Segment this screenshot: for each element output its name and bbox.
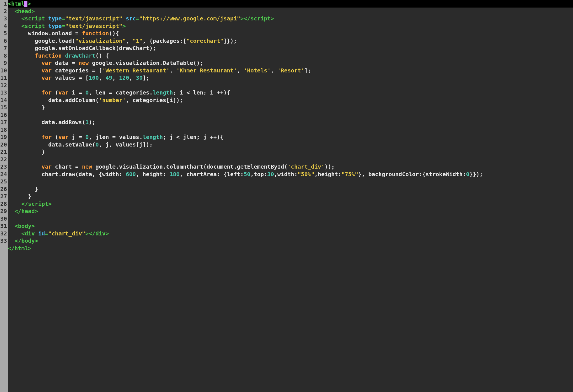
token-id xyxy=(8,15,21,22)
token-tag: = xyxy=(45,230,48,237)
code-line[interactable]: chart.draw(data, {width: 600, height: 18… xyxy=(8,171,573,178)
token-id: ( xyxy=(52,134,58,140)
code-line[interactable]: </script> xyxy=(8,200,573,208)
line-number: 20 xyxy=(0,141,7,148)
line-number: 3 xyxy=(0,15,7,22)
code-line[interactable]: } xyxy=(8,104,573,111)
token-id: , len = categories. xyxy=(89,89,153,96)
token-id: data.addRows( xyxy=(8,119,85,126)
token-id xyxy=(8,163,41,170)
code-line[interactable]: </body> xyxy=(8,237,573,245)
code-line[interactable]: for (var j = 0, jlen = values.length; j … xyxy=(8,133,573,141)
token-num: 0 xyxy=(95,141,99,148)
token-id: ,width: xyxy=(274,171,297,178)
line-number: 1 xyxy=(0,0,7,8)
token-str: "1" xyxy=(133,37,143,44)
token-kw: new xyxy=(82,163,92,170)
line-number: 17 xyxy=(0,119,7,126)
token-tag: > xyxy=(27,0,31,7)
line-number: 16 xyxy=(0,111,7,119)
code-line[interactable]: <body> xyxy=(8,222,573,230)
code-line[interactable]: var data = new google.visualization.Data… xyxy=(8,59,573,67)
token-id: google.setOnLoadCallback(drawChart); xyxy=(8,45,156,51)
code-line[interactable] xyxy=(8,111,573,119)
code-line[interactable]: <head> xyxy=(8,8,573,15)
token-tag: = xyxy=(62,23,65,29)
token-id: chart.draw(data, {width: xyxy=(8,171,126,178)
line-number: 13 xyxy=(0,89,7,96)
token-id: , xyxy=(170,67,176,74)
code-line[interactable]: <div id="chart_div"></div> xyxy=(8,230,573,237)
token-tag: <div xyxy=(21,230,38,237)
token-num: 30 xyxy=(136,74,143,81)
token-str: 'Western Restaurant' xyxy=(102,67,170,74)
token-tag: </ xyxy=(21,200,28,207)
code-line[interactable]: window.onload = function(){ xyxy=(8,30,573,37)
token-tag: ></ xyxy=(240,15,250,22)
token-num: 100 xyxy=(89,74,99,81)
code-line[interactable]: var chart = new google.visualization.Col… xyxy=(8,163,573,171)
code-line[interactable]: } xyxy=(8,193,573,200)
code-line[interactable]: for (var i = 0, len = categories.length;… xyxy=(8,89,573,96)
code-line[interactable]: <script type="text/javascript"> xyxy=(8,22,573,30)
code-line[interactable] xyxy=(8,126,573,134)
token-id: () { xyxy=(95,52,109,59)
token-id xyxy=(8,60,41,66)
code-line[interactable]: function drawChart() { xyxy=(8,52,573,60)
code-line-wrap[interactable] xyxy=(8,178,573,185)
line-number: 26 xyxy=(0,185,7,193)
line-number: 33 xyxy=(0,237,7,245)
code-line[interactable]: </head> xyxy=(8,207,573,215)
code-editor[interactable]: 1234567891011121314151617181920212223242… xyxy=(0,0,573,392)
code-area[interactable]: <html> <head> <script type="text/javascr… xyxy=(8,0,573,392)
code-line[interactable]: <html> xyxy=(8,0,573,8)
token-id: ,height: xyxy=(314,171,341,178)
code-line[interactable] xyxy=(8,82,573,89)
token-num: 180 xyxy=(170,171,180,178)
token-tag: <script xyxy=(21,23,48,29)
token-id xyxy=(8,8,15,15)
token-str: "75%" xyxy=(341,171,358,178)
line-number: 31 xyxy=(0,222,7,230)
token-attr: id xyxy=(38,230,45,237)
code-line[interactable]: } xyxy=(8,148,573,156)
code-line[interactable]: } xyxy=(8,185,573,193)
token-id: , j, values[j]); xyxy=(99,141,153,148)
code-line[interactable]: var categories = ['Western Restaurant', … xyxy=(8,67,573,74)
token-str: 'Khmer Restaurant' xyxy=(176,67,237,74)
token-id: , jlen = values. xyxy=(89,134,143,140)
code-line[interactable]: <script type="text/javascript" src="http… xyxy=(8,15,573,22)
code-line[interactable] xyxy=(8,215,573,223)
line-number: 15 xyxy=(0,104,7,111)
line-number: 27 xyxy=(0,193,7,200)
token-id: , {packages:[ xyxy=(143,37,187,44)
line-number: 29 xyxy=(0,207,7,215)
code-line[interactable]: google.load("visualization", "1", {packa… xyxy=(8,37,573,45)
line-number: 32 xyxy=(0,230,7,237)
token-id: data.addColumn( xyxy=(8,97,99,103)
line-number: 5 xyxy=(0,30,7,37)
token-tag: ></div> xyxy=(85,230,109,237)
line-number: 9 xyxy=(0,59,7,67)
code-line[interactable]: var values = [100, 49, 120, 30]; xyxy=(8,74,573,82)
line-number: 24 xyxy=(0,171,7,178)
code-line[interactable]: data.addRows(1); xyxy=(8,119,573,126)
token-id: window.onload = xyxy=(8,30,82,37)
token-id: google.visualization.ColumnChart(documen… xyxy=(92,163,287,170)
token-num: 50 xyxy=(244,171,250,178)
token-id xyxy=(8,230,21,237)
token-id: google.load( xyxy=(8,37,75,44)
token-id xyxy=(8,208,15,214)
code-line[interactable]: data.addColumn('number', categories[i]); xyxy=(8,96,573,104)
token-id xyxy=(8,237,15,244)
token-tag: <head> xyxy=(15,8,35,15)
token-tag: <script xyxy=(21,15,48,22)
line-number: 11 xyxy=(0,74,7,82)
token-tag: </html> xyxy=(8,245,31,252)
token-id xyxy=(8,223,15,229)
code-line[interactable]: </html> xyxy=(8,245,573,252)
code-line[interactable]: data.setValue(0, j, values[j]); xyxy=(8,141,573,148)
token-kw: var xyxy=(58,134,69,140)
code-line[interactable] xyxy=(8,156,573,163)
code-line[interactable]: google.setOnLoadCallback(drawChart); xyxy=(8,44,573,52)
